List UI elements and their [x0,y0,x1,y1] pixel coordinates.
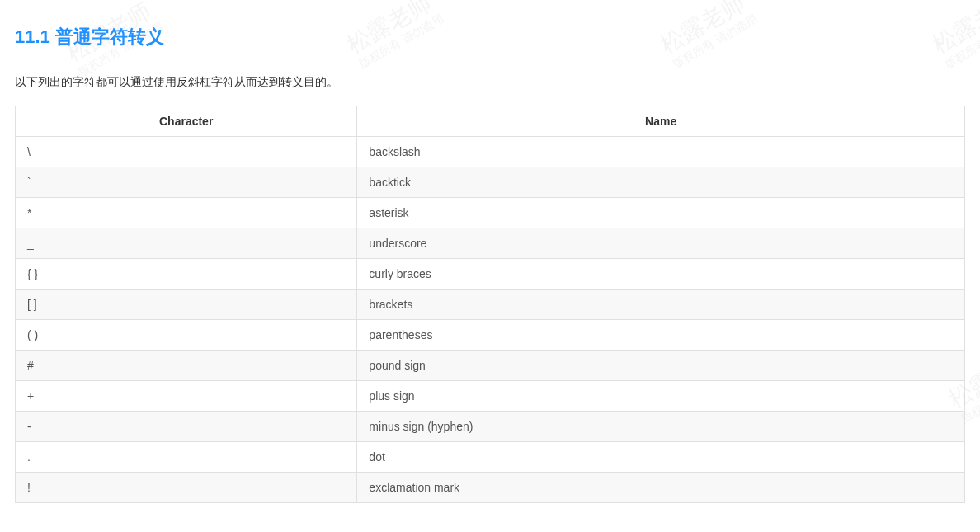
table-cell-name: exclamation mark [357,473,965,503]
table-row: { }curly braces [16,259,965,290]
table-cell-character: { } [16,259,357,290]
table-row: -minus sign (hyphen) [16,412,965,442]
table-row: [ ]brackets [16,290,965,320]
table-cell-character: ( ) [16,320,357,351]
intro-paragraph: 以下列出的字符都可以通过使用反斜杠字符从而达到转义目的。 [15,73,965,91]
table-row: .dot [16,442,965,473]
table-cell-character: \ [16,137,357,167]
table-cell-character: * [16,198,357,228]
table-header-row: Character Name [16,106,965,137]
table-row: #pound sign [16,351,965,381]
table-cell-name: parentheses [357,320,965,351]
table-row: `backtick [16,167,965,198]
table-cell-name: pound sign [357,351,965,381]
table-row: !exclamation mark [16,473,965,503]
section-heading: 11.1 普通字符转义 [15,25,965,49]
table-cell-character: _ [16,228,357,259]
table-cell-character: - [16,412,357,442]
table-row: *asterisk [16,198,965,228]
table-cell-name: asterisk [357,198,965,228]
table-row: +plus sign [16,381,965,412]
table-cell-name: backtick [357,167,965,198]
table-cell-character: ! [16,473,357,503]
table-row: \backslash [16,137,965,167]
table-cell-character: ` [16,167,357,198]
table-row: ( )parentheses [16,320,965,351]
table-cell-name: dot [357,442,965,473]
table-cell-character: + [16,381,357,412]
table-cell-name: backslash [357,137,965,167]
escape-characters-table: Character Name \backslash`backtick*aster… [15,106,965,503]
table-cell-character: # [16,351,357,381]
table-row: _underscore [16,228,965,259]
table-cell-name: brackets [357,290,965,320]
table-cell-name: plus sign [357,381,965,412]
table-header-character: Character [16,106,357,137]
table-cell-name: curly braces [357,259,965,290]
table-cell-name: underscore [357,228,965,259]
table-cell-name: minus sign (hyphen) [357,412,965,442]
table-header-name: Name [357,106,965,137]
table-cell-character: . [16,442,357,473]
table-cell-character: [ ] [16,290,357,320]
